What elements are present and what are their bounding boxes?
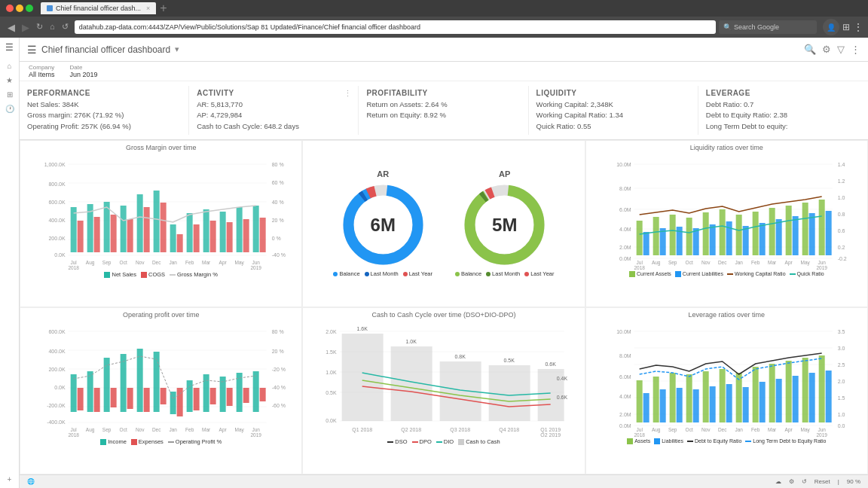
svg-text:Nov: Nov	[701, 260, 711, 265]
ap-legend: Balance Last Month Last Year	[455, 270, 555, 277]
performance-title: PERFORMANCE	[27, 89, 181, 97]
address-text: datahub.zap-data.com:4443/ZAP/View/Publi…	[79, 23, 420, 31]
svg-text:Dec: Dec	[718, 260, 727, 265]
charts-grid: Gross Margin over time 1,000.0K 800.0K 6…	[20, 140, 868, 474]
svg-text:20 %: 20 %	[272, 349, 284, 354]
svg-rect-244	[775, 379, 781, 422]
profile-icon[interactable]: 👤	[823, 19, 839, 35]
svg-text:Jul: Jul	[71, 427, 78, 432]
max-btn[interactable]	[26, 5, 33, 12]
profitability-lines: Return on Assets: 2.64 % Return on Equit…	[366, 99, 520, 121]
status-refresh-icon[interactable]: ↺	[802, 478, 807, 485]
svg-rect-239	[692, 389, 698, 422]
svg-text:Sep: Sep	[668, 427, 677, 433]
funnel-icon[interactable]: ▽	[837, 44, 845, 55]
svg-rect-86	[686, 218, 692, 255]
svg-text:600.0K: 600.0K	[48, 200, 66, 205]
sidebar-grid-icon[interactable]: ⊞	[7, 90, 13, 99]
svg-text:Q1 2018: Q1 2018	[353, 427, 373, 433]
svg-rect-154	[144, 388, 150, 412]
svg-text:Jun: Jun	[818, 260, 826, 265]
reset-label[interactable]: Reset	[815, 478, 830, 485]
browser-tab[interactable]: Chief financial officer dash... ×	[41, 2, 156, 14]
svg-rect-102	[759, 223, 765, 255]
svg-text:4.0M: 4.0M	[619, 227, 631, 232]
leverage-ratios-svg: 10.0M 8.0M 6.0M 4.0M 2.0M 0.0M 3.5 3.0 2…	[591, 320, 863, 437]
hamburger-icon[interactable]: ☰	[27, 44, 37, 56]
min-btn[interactable]	[16, 5, 23, 12]
svg-text:0.0K: 0.0K	[54, 385, 66, 390]
home-icon[interactable]: ⌂	[47, 20, 58, 35]
sidebar-home-icon[interactable]: ⌂	[7, 62, 11, 70]
svg-rect-241	[726, 384, 732, 422]
tab-favicon	[47, 5, 53, 11]
zoom-divider: |	[838, 478, 839, 485]
sidebar-plus-icon[interactable]: +	[8, 475, 12, 483]
lev-line-2: Debt to Equity Ratio: 2.38	[706, 110, 860, 120]
svg-rect-99	[709, 224, 715, 255]
svg-text:1.0: 1.0	[837, 412, 845, 417]
svg-text:0.0M: 0.0M	[619, 256, 631, 261]
back-icon[interactable]: ◀	[5, 20, 18, 35]
settings-icon: ⚙	[789, 478, 794, 485]
svg-text:Q4 2018: Q4 2018	[500, 427, 520, 433]
reload-icon[interactable]: ↻	[33, 20, 46, 35]
svg-text:Sep: Sep	[668, 260, 677, 266]
svg-rect-83	[636, 221, 642, 255]
svg-rect-142	[137, 349, 143, 412]
svg-text:60 %: 60 %	[272, 180, 284, 185]
svg-rect-243	[759, 382, 765, 422]
search-topbar-icon[interactable]: 🔍	[804, 44, 816, 55]
svg-rect-230	[735, 373, 741, 422]
tab-close-icon[interactable]: ×	[146, 5, 150, 12]
svg-rect-98	[692, 228, 698, 255]
close-btn[interactable]	[6, 5, 14, 12]
svg-text:20 %: 20 %	[272, 218, 284, 223]
search-box[interactable]: 🔍 Search Google	[719, 20, 817, 34]
svg-rect-88	[719, 209, 725, 255]
svg-rect-224	[636, 380, 642, 422]
act-line-3: Cash to Cash Cycle: 648.2 days	[197, 121, 350, 132]
svg-text:May: May	[235, 427, 245, 433]
company-filter[interactable]: Company All Items	[29, 64, 55, 78]
refresh-icon[interactable]: ↺	[59, 20, 72, 35]
svg-text:400.0K: 400.0K	[48, 349, 66, 354]
svg-rect-150	[78, 388, 84, 410]
activity-more-icon[interactable]: ⋮	[344, 89, 352, 99]
svg-rect-87	[702, 212, 708, 255]
more-options-icon[interactable]: ⋮	[851, 44, 860, 55]
svg-text:Mar: Mar	[202, 260, 211, 265]
sidebar-bookmark-icon[interactable]: ★	[6, 76, 13, 84]
svg-rect-41	[260, 218, 266, 252]
ap-donut-title: AP	[499, 169, 510, 178]
filter-icon[interactable]: ⚙	[822, 44, 831, 55]
svg-rect-28	[154, 191, 160, 252]
svg-rect-85	[669, 215, 675, 255]
svg-rect-95	[643, 232, 649, 255]
liquidity-ratios-svg: 10.0M 8.0M 6.0M 4.0M 2.0M 0.0M 1.4 1.2 1…	[591, 153, 863, 270]
svg-rect-104	[792, 216, 798, 255]
new-tab-icon[interactable]: +	[160, 2, 167, 15]
gross-margin-legend: Net Sales COGS Gross Margin %	[25, 271, 297, 278]
svg-text:1.2: 1.2	[837, 178, 845, 184]
svg-text:0.8: 0.8	[837, 212, 845, 217]
nav-menu-icon[interactable]: ☰	[5, 42, 14, 53]
svg-text:2019: 2019	[816, 432, 827, 437]
status-bar: 🌐 ☁ ⚙ ↺ Reset | 90 %	[20, 474, 868, 488]
svg-text:40 %: 40 %	[272, 200, 284, 205]
svg-text:200.0K: 200.0K	[48, 236, 66, 241]
svg-text:0.0K: 0.0K	[54, 252, 66, 258]
title-dropdown-icon[interactable]: ▾	[175, 44, 179, 54]
svg-text:Aug: Aug	[86, 427, 95, 433]
svg-rect-187	[391, 346, 432, 421]
sidebar-clock-icon[interactable]: 🕐	[5, 105, 14, 113]
address-bar[interactable]: datahub.zap-data.com:4443/ZAP/View/Publi…	[75, 20, 716, 34]
activity-title: ACTIVITY	[197, 89, 350, 97]
date-filter[interactable]: Date Jun 2019	[70, 64, 98, 78]
extension-icon[interactable]: ⊞	[842, 22, 850, 32]
svg-text:Aug: Aug	[652, 260, 661, 266]
date-label: Date	[70, 64, 98, 71]
svg-rect-25	[127, 219, 133, 252]
menu-icon[interactable]: ⋮	[853, 21, 863, 33]
svg-rect-234	[802, 358, 808, 422]
